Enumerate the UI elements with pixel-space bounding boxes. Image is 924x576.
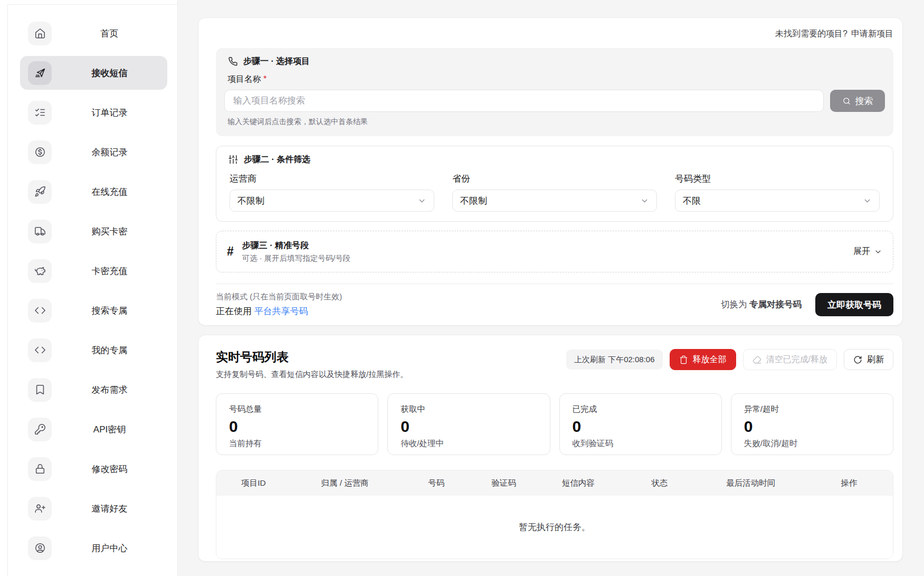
stat-value: 0 <box>401 418 537 435</box>
release-all-button[interactable]: 释放全部 <box>670 349 736 370</box>
eraser-icon <box>752 355 761 364</box>
search-hint: 输入关键词后点击搜索，默认选中首条结果 <box>224 117 885 127</box>
sidebar: 首页 接收短信 订单记录 余额记录 <box>0 0 178 576</box>
search-button[interactable]: 搜索 <box>830 90 885 112</box>
stat-value: 0 <box>229 418 365 435</box>
sidebar-item-label: 购买卡密 <box>52 225 167 238</box>
required-asterisk: * <box>263 74 266 83</box>
switch-mode-link[interactable]: 切换为 专属对接号码 <box>721 299 802 310</box>
home-icon <box>28 22 52 45</box>
project-name-input[interactable] <box>224 90 824 112</box>
number-acquire-panel: 未找到需要的项目? 申请新项目 步骤一 · 选择项目 项目名称* 搜索 <box>198 17 903 326</box>
project-name-label: 项目名称* <box>224 74 885 85</box>
sidebar-item-my-dedicated[interactable]: 我的专属 <box>20 333 167 367</box>
bookmark-icon <box>28 378 52 402</box>
project-not-found-text: 未找到需要的项目? <box>775 29 847 40</box>
table-header-row: 项目ID 归属 / 运营商 号码 验证码 短信内容 状态 最后活动时间 操作 <box>216 470 893 496</box>
column-status: 状态 <box>622 478 697 489</box>
key-icon <box>28 418 52 441</box>
app-root: 首页 接收短信 订单记录 余额记录 <box>0 0 924 576</box>
mode-row: 当前模式 (只在当前页面取号时生效) 正在使用 平台共享号码 切换为 专属对接号… <box>216 291 893 318</box>
sidebar-item-user-center[interactable]: 用户中心 <box>20 531 167 565</box>
list-checks-icon <box>28 101 52 125</box>
sidebar-item-label: 邀请好友 <box>52 503 167 515</box>
chevron-down-icon <box>863 196 872 205</box>
apply-new-project-link[interactable]: 申请新项目 <box>851 29 893 40</box>
column-number: 号码 <box>399 478 473 489</box>
mode-divider <box>216 284 893 284</box>
step3-subtitle: 可选 · 展开后填写指定号码/号段 <box>242 253 350 263</box>
stat-card-fetching: 获取中 0 待收/处理中 <box>387 393 550 455</box>
sidebar-item-label: 卡密充值 <box>52 265 167 277</box>
sidebar-item-home[interactable]: 首页 <box>20 16 167 50</box>
column-sms-content: 短信内容 <box>535 478 623 489</box>
sidebar-item-label: API密钥 <box>52 423 167 436</box>
list-subtitle: 支持复制号码、查看短信内容以及快捷释放/拉黑操作。 <box>216 370 408 380</box>
mode-label: 当前模式 (只在当前页面取号时生效) <box>216 292 342 302</box>
sidebar-item-invite-friends[interactable]: 邀请好友 <box>20 492 167 525</box>
realtime-number-list-panel: 实时号码列表 支持复制号码、查看短信内容以及快捷释放/拉黑操作。 上次刷新 下午… <box>198 335 903 562</box>
list-controls: 上次刷新 下午02:08:06 释放全部 清空已完成/释放 刷新 <box>566 349 893 370</box>
sidebar-item-label: 首页 <box>52 27 167 40</box>
search-icon <box>842 97 851 106</box>
province-label: 省份 <box>452 173 657 185</box>
filter-grid: 运营商 不限制 省份 不限制 号码类型 <box>225 173 884 212</box>
step2-title: 步骤二 · 条件筛选 <box>244 154 310 165</box>
stat-value: 0 <box>573 418 709 435</box>
sidebar-item-balance[interactable]: 余额记录 <box>20 135 167 169</box>
step1-header: 步骤一 · 选择项目 <box>224 55 885 67</box>
sidebar-item-orders[interactable]: 订单记录 <box>20 96 167 129</box>
list-header: 实时号码列表 支持复制号码、查看短信内容以及快捷释放/拉黑操作。 上次刷新 下午… <box>216 349 893 380</box>
refresh-button[interactable]: 刷新 <box>844 349 893 370</box>
table-empty-state: 暂无执行的任务。 <box>216 496 893 559</box>
number-type-label: 号码类型 <box>675 173 880 185</box>
step3-text: 步骤三 · 精准号段 可选 · 展开后填写指定号码/号段 <box>242 240 350 263</box>
rocket-icon <box>28 180 52 204</box>
column-owner-operator: 归属 / 运营商 <box>291 478 399 489</box>
sidebar-item-label: 修改密码 <box>52 463 167 475</box>
code-icon <box>28 338 52 362</box>
sidebar-item-partial[interactable] <box>20 571 167 576</box>
stat-card-completed: 已完成 0 收到验证码 <box>559 393 722 455</box>
sidebar-item-publish-need[interactable]: 发布需求 <box>20 373 167 407</box>
clear-completed-button[interactable]: 清空已完成/释放 <box>743 349 837 370</box>
mode-using: 正在使用 平台共享号码 <box>216 305 342 317</box>
sidebar-item-receive-sms[interactable]: 接收短信 <box>20 56 167 90</box>
shared-number-link[interactable]: 平台共享号码 <box>254 306 308 316</box>
sidebar-item-buy-card[interactable]: 购买卡密 <box>20 214 167 248</box>
sidebar-item-card-recharge[interactable]: 卡密充值 <box>20 254 167 288</box>
step2-filters: 步骤二 · 条件筛选 运营商 不限制 省份 不限制 <box>216 146 893 222</box>
hash-icon: # <box>227 244 234 259</box>
sidebar-item-search-dedicated[interactable]: 搜索专属 <box>20 294 167 327</box>
piggy-bank-icon <box>28 259 52 283</box>
step2-header: 步骤二 · 条件筛选 <box>225 154 884 165</box>
mode-status: 当前模式 (只在当前页面取号时生效) 正在使用 平台共享号码 <box>216 292 342 317</box>
list-header-text: 实时号码列表 支持复制号码、查看短信内容以及快捷释放/拉黑操作。 <box>216 349 408 380</box>
step1-title: 步骤一 · 选择项目 <box>243 56 310 67</box>
get-number-button[interactable]: 立即获取号码 <box>815 293 893 316</box>
column-project-id: 项目ID <box>216 478 291 489</box>
sidebar-item-label: 用户中心 <box>52 542 167 554</box>
main-content: 未找到需要的项目? 申请新项目 步骤一 · 选择项目 项目名称* 搜索 <box>178 0 924 576</box>
province-select[interactable]: 不限制 <box>452 190 657 212</box>
phone-icon <box>227 56 238 67</box>
stat-card-total: 号码总量 0 当前持有 <box>216 393 378 455</box>
stats-row: 号码总量 0 当前持有 获取中 0 待收/处理中 已完成 0 收到验证码 异常/… <box>216 393 893 455</box>
expand-button[interactable]: 展开 <box>853 246 882 257</box>
sidebar-item-api-key[interactable]: API密钥 <box>20 412 167 446</box>
sidebar-item-recharge[interactable]: 在线充值 <box>20 175 167 209</box>
code-icon <box>28 299 52 323</box>
mode-actions: 切换为 专属对接号码 立即获取号码 <box>721 293 893 316</box>
truck-icon <box>28 220 52 243</box>
operator-select[interactable]: 不限制 <box>230 190 434 212</box>
chevron-down-icon <box>640 196 649 205</box>
column-code: 验证码 <box>473 478 534 489</box>
number-type-select[interactable]: 不限 <box>675 190 880 212</box>
sidebar-item-label: 接收短信 <box>52 67 167 79</box>
sidebar-item-label: 在线充值 <box>52 186 167 198</box>
user-circle-icon <box>28 536 52 560</box>
sidebar-item-change-password[interactable]: 修改密码 <box>20 452 167 486</box>
step3-precise-segment: # 步骤三 · 精准号段 可选 · 展开后填写指定号码/号段 展开 <box>216 231 893 272</box>
filter-number-type: 号码类型 不限 <box>675 173 880 212</box>
sidebar-item-label: 发布需求 <box>52 384 167 396</box>
